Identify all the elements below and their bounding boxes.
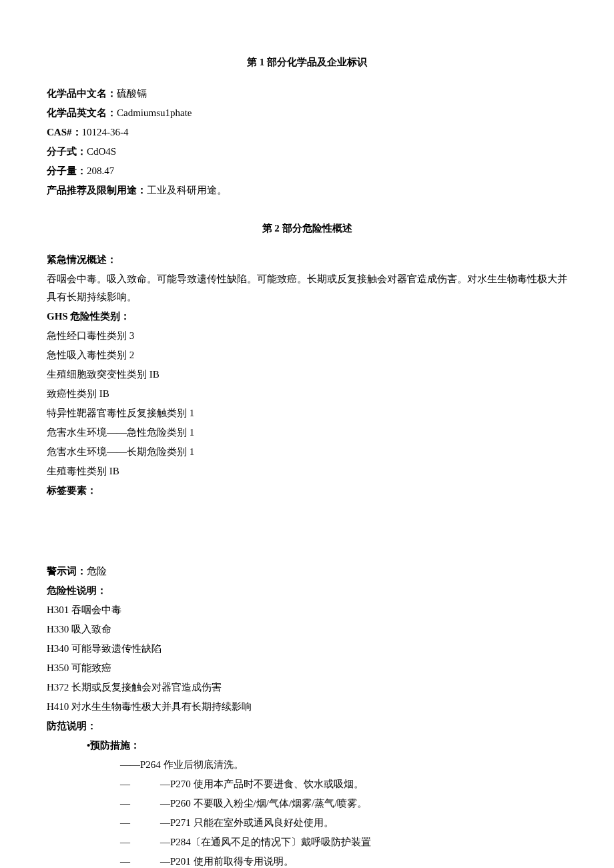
dash-icon: —	[120, 833, 160, 851]
label-name-en: 化学品英文名：	[47, 107, 117, 118]
dash-icon: —	[120, 795, 160, 813]
ghs-label: GHS 危险性类别：	[47, 308, 567, 326]
ghs-cat: 危害水生环境——长期危险类别 1	[47, 443, 567, 461]
hazard-statement: H410 对水生生物毒性极大并具有长期持续影响	[47, 698, 567, 716]
label-elements-label: 标签要素：	[47, 482, 567, 500]
value-mw: 208.47	[87, 165, 114, 176]
label-use: 产品推荐及限制用途：	[47, 185, 147, 195]
signal-value: 危险	[87, 566, 107, 576]
ghs-cat: 急性经口毒性类别 3	[47, 327, 567, 345]
ghs-cat: 特异性靶器官毒性反复接触类别 1	[47, 404, 567, 422]
prevention-text: —P270 使用本产品时不要进食、饮水或吸烟。	[160, 775, 364, 793]
label-name-cn: 化学品中文名：	[47, 88, 117, 99]
prevention-text: —P284〔在通风不足的情况下〕戴呼吸防护装置	[160, 833, 371, 851]
field-cas: CAS#：10124-36-4	[47, 123, 567, 141]
prevention-text: —P201 使用前取得专用说明。	[160, 853, 294, 868]
ghs-cat: 致癌性类别 IB	[47, 385, 567, 403]
field-name-en: 化学品英文名：Cadmiumsu1phate	[47, 104, 567, 122]
field-formula: 分子式：CdO4S	[47, 143, 567, 161]
hazard-statement: H372 长期或反复接触会对器官造成伤害	[47, 679, 567, 697]
emergency-text: 吞咽会中毒。吸入致命。可能导致遗传性缺陷。可能致癌。长期或反复接触会对器官造成伤…	[47, 270, 567, 306]
ghs-cat: 急性吸入毒性类别 2	[47, 346, 567, 364]
prevention-item: — —P270 使用本产品时不要进食、饮水或吸烟。	[47, 775, 567, 793]
label-cas: CAS#：	[47, 127, 82, 137]
value-use: 工业及科研用途。	[147, 185, 227, 195]
pictogram-placeholder	[47, 501, 567, 561]
label-mw: 分子量：	[47, 165, 87, 176]
field-name-cn: 化学品中文名：硫酸镉	[47, 85, 567, 103]
value-formula: CdO4S	[87, 146, 116, 157]
field-use: 产品推荐及限制用途：工业及科研用途。	[47, 181, 567, 199]
emergency-label: 紧急情况概述：	[47, 251, 567, 269]
field-mw: 分子量：208.47	[47, 162, 567, 180]
signal-label: 警示词：	[47, 566, 87, 576]
hazard-statement: H330 吸入致命	[47, 620, 567, 638]
prevention-item: ——P264 作业后彻底清洗。	[47, 756, 567, 774]
dash-icon: —	[120, 853, 160, 868]
dash-icon: —	[120, 814, 160, 832]
hazard-statement: H301 吞咽会中毒	[47, 601, 567, 619]
hazard-stmt-label: 危险性说明：	[47, 582, 567, 600]
value-name-cn: 硫酸镉	[117, 88, 147, 99]
value-cas: 10124-36-4	[82, 127, 129, 137]
ghs-cat: 生殖毒性类别 IB	[47, 462, 567, 480]
precaution-label: 防范说明：	[47, 717, 567, 735]
prevention-item: — —P201 使用前取得专用说明。	[47, 853, 567, 868]
prevention-item: — —P284〔在通风不足的情况下〕戴呼吸防护装置	[47, 833, 567, 851]
ghs-cat: 危害水生环境——急性危险类别 1	[47, 424, 567, 442]
ghs-cat: 生殖细胞致突变性类别 IB	[47, 366, 567, 384]
signal-word: 警示词：危险	[47, 562, 567, 580]
hazard-statement: H340 可能导致遗传性缺陷	[47, 640, 567, 658]
value-name-en: Cadmiumsu1phate	[117, 107, 192, 118]
prevention-label: •预防措施：	[47, 737, 567, 755]
section1-title: 第 1 部分化学品及企业标识	[47, 53, 567, 71]
dash-icon: —	[120, 775, 160, 793]
hazard-statement: H350 可能致癌	[47, 659, 567, 677]
prevention-item: — —P260 不要吸入粉尘/烟/气体/烟雾/蒸气/喷雾。	[47, 795, 567, 813]
prevention-item: — —P271 只能在室外或通风良好处使用。	[47, 814, 567, 832]
prevention-text: —P260 不要吸入粉尘/烟/气体/烟雾/蒸气/喷雾。	[160, 795, 367, 813]
label-formula: 分子式：	[47, 146, 87, 157]
section2-title: 第 2 部分危险性概述	[47, 220, 567, 238]
prevention-text: —P271 只能在室外或通风良好处使用。	[160, 814, 334, 832]
